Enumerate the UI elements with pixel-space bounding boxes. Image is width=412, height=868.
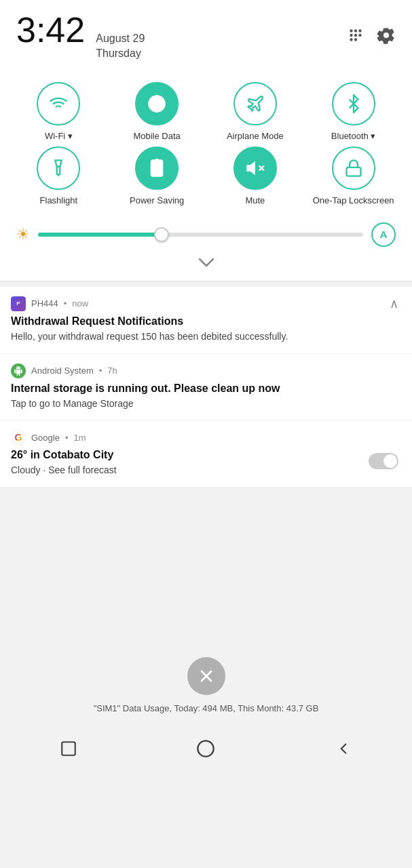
notification-google[interactable]: G Google • 1m 26° in Cotabato City Cloud… — [0, 420, 412, 488]
svg-point-0 — [350, 30, 352, 33]
status-icons — [347, 26, 396, 47]
flashlight-icon-wrap — [37, 146, 80, 190]
svg-rect-10 — [57, 167, 60, 175]
brightness-thumb — [154, 227, 169, 242]
svg-point-1 — [354, 30, 357, 33]
back-button[interactable] — [331, 736, 356, 761]
qs-mute[interactable]: Mute — [208, 146, 303, 206]
notif-body-ph444: Hello, your withdrawal request 150 has b… — [11, 330, 398, 344]
empty-area — [0, 488, 412, 657]
wifi-label: Wi-Fi ▾ — [45, 131, 73, 142]
qs-airplane[interactable]: Airplane Mode — [208, 82, 303, 142]
notifications-panel: P PH444 • now ∧ Withdrawal Request Notif… — [0, 287, 412, 488]
notif-time-google: 1m — [73, 433, 86, 443]
qs-mobiledata[interactable]: Mobile Data — [109, 82, 205, 142]
bottom-area: "SIM1" Data Usage, Today: 494 MB, This M… — [0, 657, 412, 724]
notif-title-ph444: Withdrawal Request Notifications — [11, 315, 398, 328]
status-left: 3:42 August 29 Thursday — [16, 12, 145, 62]
auto-brightness-button[interactable]: A — [371, 222, 396, 247]
mute-label: Mute — [245, 195, 265, 206]
notif-body-android: Tap to go to Manage Storage — [11, 397, 398, 411]
qs-wifi[interactable]: Wi-Fi ▾ — [11, 82, 107, 142]
settings-icon[interactable] — [377, 26, 396, 47]
expand-button[interactable] — [11, 254, 401, 274]
notification-android[interactable]: Android System • 7h Internal storage is … — [0, 354, 412, 421]
recent-apps-button[interactable] — [56, 736, 81, 761]
svg-point-5 — [358, 34, 361, 37]
notif-time-android: 7h — [107, 366, 117, 376]
bluetooth-label: Bluetooth ▾ — [331, 131, 376, 142]
weather-toggle[interactable] — [369, 453, 398, 469]
nav-bar — [0, 724, 412, 777]
status-bar: 3:42 August 29 Thursday — [0, 0, 412, 68]
qs-bluetooth[interactable]: Bluetooth ▾ — [305, 82, 401, 142]
brightness-row: ☀ A — [11, 220, 401, 250]
clock: 3:42 — [16, 12, 85, 47]
lockscreen-label: One-Tap Lockscreen — [313, 195, 394, 206]
mobiledata-icon-wrap — [135, 82, 179, 125]
date-info: August 29 Thursday — [96, 31, 145, 62]
svg-rect-17 — [346, 167, 360, 176]
svg-marker-14 — [247, 163, 255, 174]
powersaving-label: Power Saving — [130, 195, 184, 206]
notif-header-ph444: P PH444 • now ∧ — [11, 296, 398, 311]
powersaving-icon-wrap — [135, 146, 179, 190]
mute-icon-wrap — [233, 146, 277, 190]
quick-settings-grid: Wi-Fi ▾ Mobile Data Airplane Mode — [11, 82, 401, 206]
svg-point-6 — [350, 39, 352, 41]
ph444-app-icon: P — [11, 296, 26, 311]
brightness-icon: ☀ — [16, 226, 30, 243]
notif-appname-ph444: PH444 — [31, 298, 58, 309]
svg-point-3 — [350, 34, 352, 37]
google-app-icon: G — [11, 430, 26, 445]
lockscreen-icon-wrap — [332, 146, 375, 190]
notif-expand-ph444[interactable]: ∧ — [390, 296, 398, 311]
svg-point-4 — [354, 34, 357, 37]
notif-title-android: Internal storage is running out. Please … — [11, 382, 398, 395]
bluetooth-icon-wrap — [332, 82, 375, 125]
airplane-label: Airplane Mode — [227, 131, 284, 142]
notification-ph444[interactable]: P PH444 • now ∧ Withdrawal Request Notif… — [0, 287, 412, 354]
notif-weather-row: 26° in Cotabato City Cloudy · See full f… — [11, 449, 398, 477]
airplane-icon-wrap — [233, 82, 277, 125]
separator — [0, 281, 412, 281]
quick-settings-panel: Wi-Fi ▾ Mobile Data Airplane Mode — [0, 68, 412, 281]
android-app-icon — [11, 363, 26, 378]
qs-lockscreen[interactable]: One-Tap Lockscreen — [305, 146, 401, 206]
svg-rect-20 — [62, 742, 75, 755]
mobiledata-label: Mobile Data — [133, 131, 180, 142]
day: Thursday — [96, 46, 145, 61]
qs-powersaving[interactable]: Power Saving — [109, 146, 205, 206]
notif-appname-google: Google — [31, 433, 60, 443]
grid-icon[interactable] — [347, 26, 364, 47]
date: August 29 — [96, 31, 145, 46]
svg-point-2 — [358, 30, 361, 33]
brightness-fill — [38, 233, 162, 237]
notif-header-android: Android System • 7h — [11, 363, 398, 378]
notif-title-google: 26° in Cotabato City — [11, 449, 117, 461]
home-button[interactable] — [193, 736, 218, 761]
svg-point-7 — [354, 39, 357, 41]
brightness-slider[interactable] — [38, 233, 363, 237]
wifi-icon-wrap — [37, 82, 80, 125]
notif-header-google: G Google • 1m — [11, 430, 398, 445]
qs-flashlight[interactable]: Flashlight — [11, 146, 107, 206]
notif-body-google: Cloudy · See full forecast — [11, 464, 117, 477]
notif-appname-android: Android System — [31, 366, 94, 376]
svg-point-21 — [198, 741, 214, 756]
flashlight-label: Flashlight — [40, 195, 78, 206]
dismiss-all-button[interactable] — [187, 657, 225, 695]
notif-time-ph444: now — [72, 298, 88, 309]
data-usage-text: "SIM1" Data Usage, Today: 494 MB, This M… — [94, 703, 319, 713]
